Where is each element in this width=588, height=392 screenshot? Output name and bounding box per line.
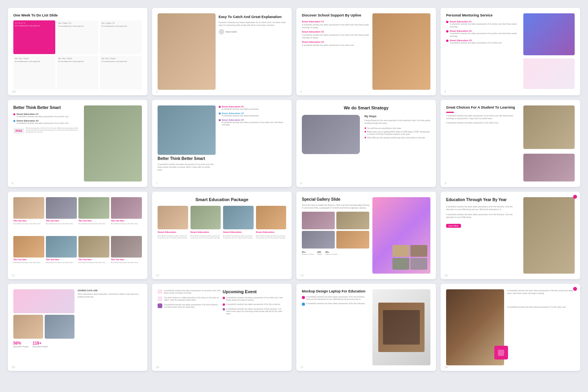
slide-15-dot2: [302, 303, 305, 306]
slide-11-stats: 24+ Education Project 201 Stages 35+ Edu…: [302, 251, 369, 255]
slide-14-bullet2: [223, 303, 225, 306]
slide-14-title: Upcoming Event: [223, 289, 286, 294]
slide-12-text2: A wonderful serenity has been taken poss…: [446, 213, 520, 219]
slide-13-right: SOUNDS CLICK LINE Some information about…: [78, 289, 142, 366]
slide-10-pkg4-img: [256, 206, 287, 229]
slide-13-stat1: 56% Education Project: [13, 341, 29, 348]
slide-7: We do Smart Strategy My Steps Getting Re…: [296, 100, 436, 187]
slide-9: Title Text Here A wonderful serenity for…: [8, 192, 147, 279]
slide-14-num: 16: [156, 366, 159, 368]
slide-11-stat2: 201 Stages: [317, 251, 322, 255]
slide-1: One Week To Do List Slide No / Catch / T…: [8, 8, 147, 95]
slide-7-content: My Steps Getting Ready for the next expa…: [302, 115, 430, 154]
slide-11-stat3: 35+ Education Project: [325, 251, 338, 255]
slide-2-author: Name Author: [226, 31, 237, 33]
slide-16-text1: A wonderful serenity has been taken poss…: [507, 289, 575, 295]
slide-11-main-image: [372, 197, 430, 274]
slide-9-item1: Title Text Here A wonderful serenity for…: [13, 197, 44, 234]
slide-1-title: One Week To Do List Slide: [13, 13, 142, 17]
slide-5-left: Better Think Better Smart Smart Educatio…: [13, 105, 81, 182]
slide-15-screen-inner: [383, 310, 420, 345]
slide-16-icon-inner: [498, 350, 504, 356]
slide-3-edu2: Smart Education #2 A wonderful serenity …: [302, 31, 369, 39]
slide-6-edu1-content: Smart Education #1 A wonderful serenity …: [222, 105, 259, 110]
slide-5-dot2: [13, 120, 15, 122]
slide-3-photo: [372, 13, 430, 90]
slide-11-gimg4: [336, 231, 369, 249]
slide-6-text: A wonderful serenity has taken possessio…: [158, 163, 216, 171]
slide-1-table: No / Catch / To Do something here in thi…: [13, 20, 142, 90]
slide-15-edu2-text: A wonderful serenity has been taken poss…: [306, 302, 365, 305]
slide-14-right: Upcoming Event A wonderful serenity has …: [223, 289, 286, 315]
slide-4-num: 5: [445, 90, 446, 93]
slide-11-gimg1: [302, 212, 335, 229]
slide-13-stat2: 118+ Education Project: [33, 341, 48, 348]
slide-7-bullet-dot1: [365, 127, 366, 129]
slide-9-photo5: [13, 236, 44, 258]
slide-11-inner2: [410, 245, 427, 257]
slide-15-left: Mockup Design Laptop For Education A won…: [302, 289, 369, 366]
slide-5-edu2: Smart Education #2 A wonderful serenity …: [13, 120, 81, 124]
slide-10-pkg2: Smart Education A wonderful serenity has…: [191, 206, 221, 274]
slide-9-photo4: [111, 197, 142, 219]
slide-14-icon1: [158, 289, 162, 294]
slide-12-title: Education Through Year By Year: [446, 197, 520, 202]
cell-1: No / Catch / To Do something here in thi…: [57, 20, 99, 54]
slide-10-title: Smart Education Package: [195, 197, 248, 202]
slide-9-photo3: [78, 197, 109, 219]
slide-15-title: Mockup Design Laptop For Education: [302, 289, 369, 293]
slide-7-strategy-text: Getting Ready for the next expansion in …: [365, 119, 430, 125]
slide-14: A wonderful serenity has taken possessio…: [152, 284, 292, 371]
slide-15-num: 17: [300, 366, 303, 368]
slide-5-title: Better Think Better Smart: [13, 105, 81, 110]
slide-10-grid: Smart Education A wonderful serenity has…: [158, 206, 286, 274]
slide-16-num: 18: [445, 366, 448, 368]
slide-9-num: 11: [12, 274, 15, 277]
slide-8-right: [523, 105, 575, 182]
slide-6: Better Think Better Smart A wonderful se…: [152, 100, 292, 187]
slide-14-event3-right: A wonderful serenity has taken possessio…: [223, 308, 286, 315]
slide-4-left: Personal Mentoring Service Smart Educati…: [446, 13, 521, 90]
slide-5-dot1: [13, 113, 15, 115]
slide-7-bullet1: You will discuss everything in this clas…: [365, 127, 430, 129]
slide-6-edu2: Smart Education #2 A wonderful serenity …: [219, 112, 286, 117]
slide-8-photo2: [523, 154, 575, 181]
slide-13-img-sm1: [13, 315, 43, 339]
slide-4-right: [523, 13, 575, 90]
slide-11-left: Special Gallery Slide Some text here to …: [302, 197, 369, 274]
cell-2: No / Catch / To Do something here in thi…: [100, 20, 142, 54]
slide-13-stats: 56% Education Project 118+ Education Pro…: [13, 341, 74, 348]
slide-9-photo6: [46, 236, 77, 258]
slide-7-bullet3: Allow Who go thru analyze performing cla…: [365, 136, 430, 139]
slide-2-avatar: [219, 29, 224, 34]
slide-9-item2: Title Text Here A wonderful serenity for…: [46, 197, 77, 234]
slide-7-title: We do Smart Strategy: [344, 105, 388, 110]
slide-8-accent: [446, 112, 454, 113]
slide-13: 56% Education Project 118+ Education Pro…: [8, 284, 147, 371]
slide-14-bullet1: [223, 297, 225, 299]
slide-10-pkg4: Smart Education A wonderful serenity has…: [256, 206, 287, 274]
slide-16-right: A wonderful serenity has been taken poss…: [507, 289, 575, 366]
slide-4-photo2: [523, 58, 575, 89]
slide-2: Easy To Catch And Great Explanation Funt…: [152, 8, 292, 95]
slide-13-left: 56% Education Project 118+ Education Pro…: [13, 289, 74, 366]
slide-9-item5: Title Text Here A wonderful serenity for…: [13, 236, 44, 273]
slide-2-photo: [158, 13, 216, 90]
slide-14-icon3: [158, 303, 162, 308]
slide-4-edu2-content: Smart Education #2 A wonderful serenity …: [450, 30, 521, 37]
slide-7-bullet-dot3: [365, 137, 366, 138]
slide-11-text: Some text here to explain the features. …: [302, 204, 369, 209]
slide-4-edu3-content: Smart Education #3 A wonderful serenity …: [450, 39, 502, 44]
slide-12-btn[interactable]: Learn More: [446, 224, 461, 228]
slide-8-text1: A wonderful serenity has taken possessio…: [446, 114, 520, 120]
slide-13-img-sm2: [45, 315, 74, 339]
slide-11-gallery: [302, 212, 369, 249]
slide-11-inner4: [410, 258, 427, 270]
slide-16-left: [446, 289, 504, 366]
slide-3-num: 3: [300, 90, 302, 93]
slide-6-dot1: [219, 106, 221, 108]
slide-11-right: [372, 197, 430, 274]
slide-6-edu1: Smart Education #1 A wonderful serenity …: [219, 105, 286, 110]
slide-13-img-wide: [13, 289, 74, 313]
slide-14-event2-right: A wonderful serenity has taken possessio…: [223, 303, 286, 306]
